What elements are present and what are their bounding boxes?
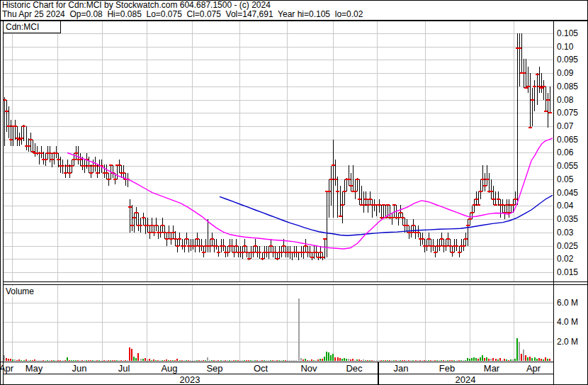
volume-bar — [356, 359, 358, 361]
volume-bar — [497, 359, 499, 361]
month-label: Apr — [526, 363, 541, 374]
volume-bar — [4, 355, 5, 361]
volume-bar — [86, 360, 87, 361]
close-tick — [364, 199, 368, 200]
close-tick — [466, 225, 470, 226]
volume-bar — [217, 360, 219, 361]
volume-bar — [490, 359, 492, 361]
volume-bar — [90, 360, 91, 361]
close-tick — [9, 139, 13, 140]
month-label: Jun — [72, 363, 87, 374]
close-tick — [200, 245, 203, 247]
volume-bar — [151, 360, 152, 361]
close-tick — [319, 252, 322, 253]
volume-bar — [303, 359, 304, 361]
volume-bar — [475, 358, 477, 361]
volume-bar — [123, 360, 124, 361]
close-tick — [302, 252, 305, 253]
volume-bar — [8, 359, 9, 361]
volume-bar — [456, 360, 458, 361]
close-tick — [215, 245, 218, 247]
volume-bar — [103, 360, 105, 361]
close-tick — [245, 252, 249, 253]
close-tick — [347, 179, 351, 180]
volume-bar — [75, 360, 77, 362]
close-tick — [269, 245, 273, 247]
volume-bar — [135, 358, 137, 361]
volume-bar — [358, 359, 360, 361]
close-tick — [501, 204, 504, 206]
volume-bar — [246, 360, 247, 361]
volume-bar — [361, 360, 362, 361]
volume-bar — [348, 359, 349, 361]
historic-chart-window: Historic Chart for Cdn:MCI by Stockwatch… — [0, 0, 588, 385]
close-tick — [518, 48, 521, 49]
volume-axis-label: 4.0 M — [557, 317, 578, 327]
close-tick — [118, 164, 121, 166]
volume-bar — [174, 360, 176, 361]
volume-bar — [422, 360, 423, 361]
volume-bar — [256, 360, 258, 361]
volume-bar — [354, 360, 356, 361]
volume-bar — [541, 359, 542, 361]
volume-bar — [506, 359, 507, 361]
volume-bar — [133, 357, 135, 361]
close-tick — [546, 99, 550, 101]
close-tick — [544, 111, 548, 112]
close-tick — [50, 159, 54, 160]
volume-bar — [120, 360, 122, 361]
close-tick — [483, 185, 487, 186]
volume-bar — [492, 358, 494, 361]
volume-bar — [534, 357, 536, 362]
volume-bar — [194, 360, 196, 361]
volume-bar — [531, 358, 533, 361]
volume-bar — [495, 359, 497, 361]
volume-bar — [393, 360, 395, 361]
volume-bar — [406, 360, 407, 361]
volume-bar — [369, 360, 371, 361]
volume-bar — [291, 360, 293, 361]
close-tick — [72, 159, 76, 160]
close-tick — [397, 217, 400, 218]
close-tick — [258, 252, 261, 253]
close-tick — [356, 179, 359, 180]
volume-bar — [404, 360, 405, 361]
close-tick — [479, 191, 482, 192]
close-tick — [455, 245, 458, 247]
volume-bar — [543, 359, 544, 361]
volume-bar — [23, 360, 25, 361]
volume-bar — [341, 359, 343, 361]
close-tick — [323, 238, 327, 240]
volume-bar — [38, 360, 40, 361]
price-axis-label: 0.045 — [557, 188, 578, 198]
price-axis-label: 0.055 — [557, 161, 578, 171]
volume-bar — [389, 360, 390, 361]
volume-bar — [350, 359, 351, 361]
volume-bar — [108, 360, 109, 361]
close-tick — [89, 172, 93, 174]
close-tick — [405, 225, 409, 226]
volume-bar — [166, 359, 167, 361]
volume-bar — [266, 360, 267, 361]
volume-bar — [36, 360, 38, 361]
close-tick — [222, 245, 225, 247]
volume-bar — [81, 360, 83, 361]
price-axis-label: 0.02 — [557, 254, 573, 264]
volume-bar — [192, 360, 193, 361]
volume-bar — [436, 360, 438, 361]
volume-bar — [332, 354, 334, 361]
volume-bar — [315, 360, 317, 361]
volume-bar — [311, 359, 312, 361]
close-tick — [440, 238, 443, 240]
close-tick — [254, 245, 257, 247]
close-tick — [382, 204, 385, 206]
volume-bar — [62, 360, 64, 361]
close-tick — [169, 238, 173, 240]
close-tick — [44, 159, 47, 160]
month-label: Aug — [161, 363, 177, 374]
volume-bar — [233, 360, 234, 361]
volume-bar — [320, 359, 321, 361]
volume-bar — [378, 360, 380, 361]
volume-bar — [137, 353, 139, 361]
volume-bar — [47, 360, 48, 361]
